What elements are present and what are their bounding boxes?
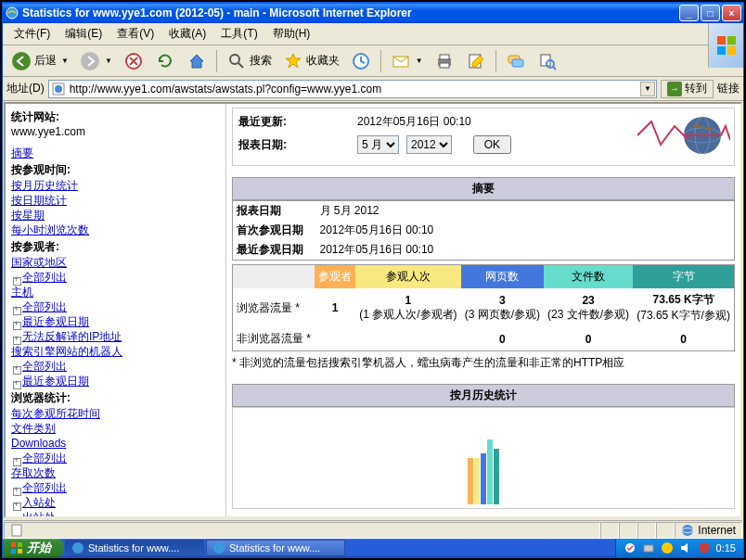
nav-downloads[interactable]: Downloads bbox=[11, 436, 220, 451]
shield-icon bbox=[698, 541, 711, 554]
report-date-label: 报表日期: bbox=[238, 137, 350, 153]
nav-daily[interactable]: 按日期统计 bbox=[11, 193, 220, 208]
ie-icon bbox=[71, 541, 84, 554]
menu-favorites[interactable]: 收藏(A) bbox=[161, 24, 213, 44]
nav-robots-all[interactable]: 全部列出 bbox=[22, 359, 220, 374]
mail-icon bbox=[391, 51, 411, 71]
status-bar: Internet bbox=[4, 520, 742, 539]
address-input[interactable] bbox=[48, 80, 657, 98]
status-zone: Internet bbox=[675, 522, 742, 539]
nav-robots-recent[interactable]: 最近参观日期 bbox=[22, 374, 220, 388]
close-button[interactable]: × bbox=[722, 5, 741, 21]
taskbar-item-1[interactable]: Statistics for www.... bbox=[65, 540, 204, 556]
nav-hosts-all[interactable]: 全部列出 bbox=[22, 299, 220, 314]
discuss-button[interactable] bbox=[501, 48, 531, 74]
menu-help[interactable]: 帮助(H) bbox=[265, 24, 318, 44]
nav-hourly[interactable]: 每小时浏览次数 bbox=[11, 223, 220, 237]
go-button[interactable]: → 转到 bbox=[661, 80, 714, 98]
nav-hosts-unresolved[interactable]: 无法反解译的IP地址 bbox=[22, 329, 220, 344]
taskbar-item-2[interactable]: Statistics for www.... bbox=[206, 540, 345, 556]
svg-rect-29 bbox=[11, 549, 16, 554]
edit-icon bbox=[466, 51, 486, 71]
search-button[interactable]: 搜索 bbox=[222, 48, 277, 74]
nav-duration[interactable]: 每次参观所花时间 bbox=[11, 406, 220, 421]
history-button[interactable] bbox=[346, 48, 376, 74]
stop-icon bbox=[123, 51, 144, 71]
address-dropdown[interactable]: ▼ bbox=[640, 82, 655, 96]
menubar: 文件(F) 编辑(E) 查看(V) 收藏(A) 工具(T) 帮助(H) bbox=[3, 23, 743, 45]
mail-button[interactable]: ▼ bbox=[386, 48, 428, 74]
bar-hits bbox=[487, 439, 493, 504]
minimize-button[interactable]: _ bbox=[679, 5, 699, 21]
forward-button[interactable]: ▼ bbox=[75, 48, 117, 74]
toolbar: 后退 ▼ ▼ 搜索 收藏夹 ▼ bbox=[3, 45, 743, 77]
svg-rect-3 bbox=[717, 46, 726, 55]
nav-monthly[interactable]: 按月历史统计 bbox=[11, 178, 220, 193]
menu-edit[interactable]: 编辑(E) bbox=[58, 24, 109, 44]
bar-visits bbox=[474, 458, 480, 504]
nav-hits[interactable]: 存取次数 bbox=[11, 465, 220, 480]
svg-rect-34 bbox=[644, 545, 653, 552]
home-icon bbox=[186, 51, 207, 71]
page-favicon bbox=[51, 82, 66, 96]
research-button[interactable] bbox=[533, 48, 562, 74]
discuss-icon bbox=[506, 51, 526, 71]
tray-icon bbox=[661, 541, 674, 554]
nav-robots[interactable]: 搜索引擎网站的机器人 bbox=[11, 344, 220, 359]
nav-hosts-recent[interactable]: 最近参观日期 bbox=[22, 314, 220, 329]
address-bar: 地址(D) ▼ → 转到 链接 bbox=[3, 77, 743, 101]
svg-point-20 bbox=[55, 85, 62, 93]
last-update-label: 最近更新: bbox=[238, 114, 350, 130]
nav-countries[interactable]: 国家或地区 bbox=[11, 255, 220, 270]
bar-visitors bbox=[468, 458, 473, 504]
nav-when-header: 按参观时间: bbox=[11, 162, 220, 178]
print-icon bbox=[434, 51, 455, 71]
bar-bandwidth bbox=[494, 449, 499, 504]
nav-browser-header: 浏览器统计: bbox=[11, 390, 220, 406]
menu-file[interactable]: 文件(F) bbox=[6, 24, 58, 44]
svg-rect-12 bbox=[440, 55, 449, 59]
refresh-button[interactable] bbox=[150, 48, 180, 74]
svg-point-25 bbox=[682, 525, 693, 536]
nav-hosts[interactable]: 主机 bbox=[11, 285, 220, 299]
edit-button[interactable] bbox=[461, 48, 491, 74]
info-table: 报表日期月 5月 2012 首次参观日期2012年05月16日 00:10 最近… bbox=[232, 200, 735, 261]
ok-button[interactable] bbox=[473, 135, 511, 154]
clock: 0:15 bbox=[716, 542, 736, 554]
nav-exit[interactable]: 出站处 bbox=[22, 510, 220, 516]
back-button[interactable]: 后退 ▼ bbox=[6, 48, 73, 74]
nav-downloads-all[interactable]: 全部列出 bbox=[22, 451, 220, 465]
site-label: 统计网站: bbox=[11, 109, 220, 125]
stop-button[interactable] bbox=[119, 48, 148, 74]
nav-summary[interactable]: 摘要 bbox=[11, 146, 220, 160]
maximize-button[interactable]: □ bbox=[701, 5, 720, 21]
chevron-down-icon: ▼ bbox=[105, 57, 112, 65]
globe-logo bbox=[637, 112, 730, 159]
home-button[interactable] bbox=[182, 48, 212, 74]
nav-weekday[interactable]: 按星期 bbox=[11, 208, 220, 223]
nav-filetype[interactable]: 文件类别 bbox=[11, 421, 220, 436]
svg-rect-1 bbox=[717, 36, 726, 45]
nav-hits-all[interactable]: 全部列出 bbox=[22, 480, 220, 495]
volume-icon bbox=[679, 541, 692, 554]
start-button[interactable]: 开始 bbox=[3, 539, 64, 557]
month-select[interactable]: 5 月 bbox=[357, 135, 399, 154]
svg-rect-2 bbox=[727, 36, 736, 45]
nav-countries-all[interactable]: 全部列出 bbox=[22, 270, 220, 285]
page-icon bbox=[10, 523, 25, 538]
print-button[interactable] bbox=[430, 48, 459, 74]
menu-tools[interactable]: 工具(T) bbox=[213, 24, 264, 44]
svg-point-31 bbox=[72, 542, 84, 554]
tray-icon bbox=[624, 541, 637, 554]
main-content: 最近更新: 2012年05月16日 00:10 报表日期: 5 月 2012 bbox=[226, 104, 740, 516]
menu-view[interactable]: 查看(V) bbox=[109, 24, 161, 44]
links-label[interactable]: 链接 bbox=[717, 81, 740, 96]
nav-entry[interactable]: 入站处 bbox=[22, 495, 220, 510]
favorites-button[interactable]: 收藏夹 bbox=[278, 48, 344, 74]
system-tray[interactable]: 0:15 bbox=[615, 539, 743, 557]
svg-point-6 bbox=[81, 52, 99, 70]
svg-point-32 bbox=[213, 542, 225, 554]
update-box: 最近更新: 2012年05月16日 00:10 报表日期: 5 月 2012 bbox=[232, 108, 735, 166]
bar-pages bbox=[481, 453, 486, 504]
year-select[interactable]: 2012 bbox=[406, 135, 452, 154]
